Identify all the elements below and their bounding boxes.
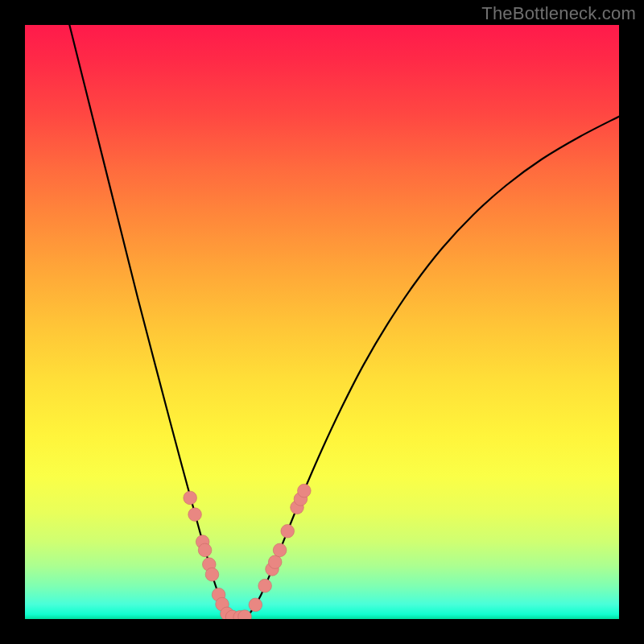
data-dots bbox=[184, 484, 311, 619]
data-dot bbox=[298, 484, 312, 497]
data-dot bbox=[273, 543, 287, 557]
data-dot bbox=[205, 568, 219, 581]
data-dot bbox=[258, 579, 272, 592]
data-dot bbox=[198, 543, 212, 557]
data-dot bbox=[268, 555, 282, 569]
data-dot bbox=[188, 508, 202, 522]
data-dot bbox=[184, 491, 197, 505]
chart-svg bbox=[25, 25, 619, 619]
plot-area bbox=[25, 25, 619, 619]
data-dot bbox=[281, 524, 295, 538]
data-dot bbox=[249, 598, 262, 612]
bottleneck-curve bbox=[69, 25, 619, 618]
watermark-text: TheBottleneck.com bbox=[481, 3, 636, 24]
chart-frame: TheBottleneck.com bbox=[0, 0, 644, 644]
